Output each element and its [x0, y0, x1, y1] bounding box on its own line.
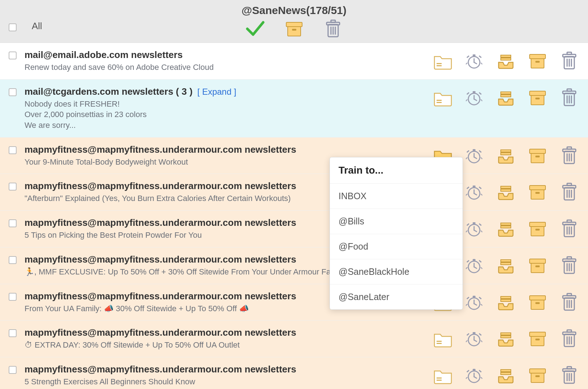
tray-icon[interactable] [496, 146, 516, 166]
row-body: mail@tcgardens.com newsletters ( 3 ) [ E… [25, 86, 432, 131]
tray-icon[interactable] [496, 255, 516, 276]
snooze-icon[interactable] [464, 182, 484, 202]
mark-read-icon[interactable] [245, 19, 265, 39]
archive-icon[interactable] [527, 292, 548, 312]
archive-icon[interactable] [527, 88, 548, 108]
row-sender: mapmyfitness@mapmyfitness.underarmour.co… [25, 364, 296, 375]
row-actions [432, 365, 579, 385]
dropdown-item[interactable]: INBOX [330, 184, 463, 209]
trash-icon[interactable] [559, 292, 579, 312]
row-checkbox[interactable] [9, 146, 17, 154]
folder-icon[interactable] [432, 328, 452, 349]
archive-icon[interactable] [527, 182, 548, 202]
archive-icon[interactable] [527, 328, 548, 349]
row-checkbox[interactable] [9, 293, 17, 301]
dropdown-item[interactable]: @SaneBlackHole [330, 259, 463, 285]
snooze-icon[interactable] [464, 292, 484, 312]
row-body: mail@email.adobe.com newslettersRenew to… [25, 49, 432, 73]
row-subject: ⏱ EXTRA DAY: 30% Off Sitewide + Up To 50… [25, 340, 432, 350]
snooze-icon[interactable] [464, 146, 484, 166]
row-sender: mail@tcgardens.com newsletters ( 3 ) [25, 86, 193, 97]
tray-icon[interactable] [496, 182, 516, 202]
tray-icon[interactable] [496, 292, 516, 312]
snooze-icon[interactable] [464, 88, 484, 108]
snooze-icon[interactable] [464, 51, 484, 71]
email-row: mapmyfitness@mapmyfitness.underarmour.co… [0, 174, 588, 211]
row-subject: Over 2,000 poinsettias in 23 colors [25, 109, 432, 120]
folder-icon[interactable] [432, 365, 452, 385]
expand-link[interactable]: [ Expand ] [197, 87, 236, 97]
folder-icon[interactable] [432, 51, 452, 71]
trash-icon[interactable] [323, 19, 343, 39]
row-subjects: ⏱ EXTRA DAY: 30% Off Sitewide + Up To 50… [25, 340, 432, 350]
row-checkbox[interactable] [9, 183, 17, 191]
archive-icon[interactable] [527, 365, 548, 385]
row-subjects: 5 Strength Exercises All Beginners Shoul… [25, 376, 432, 387]
email-row: mapmyfitness@mapmyfitness.underarmour.co… [0, 284, 588, 321]
dropdown-item[interactable]: @Food [330, 234, 463, 259]
archive-icon[interactable] [527, 219, 548, 239]
email-list: mail@email.adobe.com newslettersRenew to… [0, 43, 588, 389]
snooze-icon[interactable] [464, 328, 484, 349]
row-sender: mapmyfitness@mapmyfitness.underarmour.co… [25, 291, 296, 301]
email-row: mapmyfitness@mapmyfitness.underarmour.co… [0, 211, 588, 247]
snooze-icon[interactable] [464, 219, 484, 239]
row-sender: mapmyfitness@mapmyfitness.underarmour.co… [25, 217, 296, 228]
row-checkbox[interactable] [9, 52, 17, 59]
row-sender: mapmyfitness@mapmyfitness.underarmour.co… [25, 144, 296, 155]
archive-icon[interactable] [527, 255, 548, 276]
trash-icon[interactable] [559, 219, 579, 239]
row-subject: 5 Strength Exercises All Beginners Shoul… [25, 376, 432, 387]
row-subjects: Nobody does it FRESHER!Over 2,000 poinse… [25, 99, 432, 131]
trash-icon[interactable] [559, 51, 579, 71]
row-body: mapmyfitness@mapmyfitness.underarmour.co… [25, 327, 432, 350]
tray-icon[interactable] [496, 51, 516, 71]
tray-icon[interactable] [496, 88, 516, 108]
trash-icon[interactable] [559, 88, 579, 108]
row-checkbox[interactable] [9, 256, 17, 264]
select-all-checkbox[interactable] [9, 23, 17, 31]
email-row: mapmyfitness@mapmyfitness.underarmour.co… [0, 321, 588, 357]
email-row: mapmyfitness@mapmyfitness.underarmour.co… [0, 247, 588, 284]
dropdown-item[interactable]: @Bills [330, 209, 463, 234]
row-sender: mapmyfitness@mapmyfitness.underarmour.co… [25, 180, 296, 191]
dropdown-item[interactable]: @SaneLater [330, 285, 463, 309]
row-sender: mapmyfitness@mapmyfitness.underarmour.co… [25, 327, 296, 338]
email-row: mapmyfitness@mapmyfitness.underarmour.co… [0, 138, 588, 174]
email-row: mapmyfitness@mapmyfitness.underarmour.co… [0, 357, 588, 389]
trash-icon[interactable] [559, 328, 579, 349]
train-to-dropdown: Train to... INBOX@Bills@Food@SaneBlackHo… [330, 157, 463, 310]
tray-icon[interactable] [496, 365, 516, 385]
row-sender: mapmyfitness@mapmyfitness.underarmour.co… [25, 254, 296, 265]
row-body: mapmyfitness@mapmyfitness.underarmour.co… [25, 364, 432, 387]
row-checkbox[interactable] [9, 329, 17, 337]
row-checkbox[interactable] [9, 88, 17, 96]
archive-icon[interactable] [284, 19, 304, 39]
row-checkbox[interactable] [9, 366, 17, 374]
row-subjects: Renew today and save 60% on Adobe Creati… [25, 62, 432, 73]
trash-icon[interactable] [559, 365, 579, 385]
dropdown-title: Train to... [330, 157, 463, 184]
row-checkbox[interactable] [9, 219, 17, 227]
snooze-icon[interactable] [464, 255, 484, 276]
email-row: mail@tcgardens.com newsletters ( 3 ) [ E… [0, 80, 588, 138]
tray-icon[interactable] [496, 328, 516, 349]
row-actions [432, 88, 579, 108]
select-all-label: All [32, 21, 42, 32]
snooze-icon[interactable] [464, 365, 484, 385]
folder-icon[interactable] [432, 88, 452, 108]
row-subject: Nobody does it FRESHER! [25, 99, 432, 109]
archive-icon[interactable] [527, 146, 548, 166]
bulk-actions [0, 19, 588, 39]
row-sender: mail@email.adobe.com newsletters [25, 49, 183, 60]
row-actions [432, 328, 579, 349]
archive-icon[interactable] [527, 51, 548, 71]
row-subject: We are sorry... [25, 120, 432, 131]
trash-icon[interactable] [559, 146, 579, 166]
email-row: mail@email.adobe.com newslettersRenew to… [0, 43, 588, 80]
header: @SaneNews(178/51) All [0, 0, 588, 43]
row-actions [432, 51, 579, 71]
trash-icon[interactable] [559, 182, 579, 202]
tray-icon[interactable] [496, 219, 516, 239]
trash-icon[interactable] [559, 255, 579, 276]
